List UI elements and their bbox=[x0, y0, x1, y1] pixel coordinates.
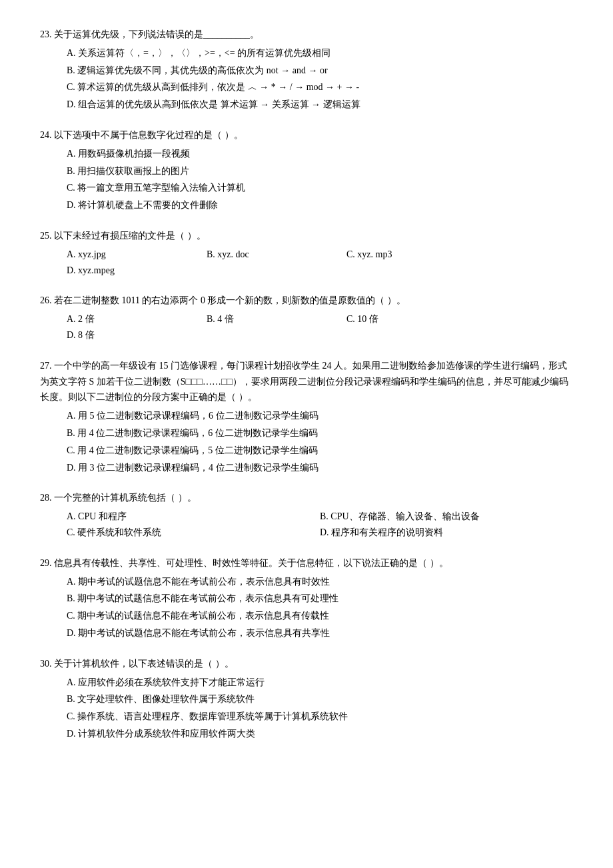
question-block-30: 30. 关于计算机软件，以下表述错误的是（ ）。A. 应用软件必须在系统软件支持… bbox=[40, 656, 573, 742]
option-q23-3: D. 组合运算的优先级从高到低依次是 算术运算 → 关系运算 → 逻辑运算 bbox=[67, 97, 573, 113]
question-text-q26: 26. 若在二进制整数 1011 的右边添两个 0 形成一个新的数，则新数的值是… bbox=[40, 293, 573, 309]
option-q24-1: B. 用扫描仪获取画报上的图片 bbox=[67, 163, 573, 179]
option-q27-2: C. 用 4 位二进制数记录课程编码，5 位二进制数记录学生编码 bbox=[67, 443, 573, 459]
option-q23-0: A. 关系运算符〈，=，〉，〈〉，>=，<= 的所有运算优先级相同 bbox=[67, 45, 573, 61]
question-block-25: 25. 以下未经过有损压缩的文件是（ ）。A. xyz.jpgB. xyz. d… bbox=[40, 228, 573, 278]
question-block-26: 26. 若在二进制整数 1011 的右边添两个 0 形成一个新的数，则新数的值是… bbox=[40, 293, 573, 343]
question-text-q28: 28. 一个完整的计算机系统包括（ ）。 bbox=[40, 490, 573, 506]
option-q28-0: A. CPU 和程序 bbox=[67, 509, 320, 525]
question-block-24: 24. 以下选项中不属于信息数字化过程的是（ ）。A. 用数码摄像机拍摄一段视频… bbox=[40, 127, 573, 213]
option-q24-2: C. 将一篇文章用五笔字型输入法输入计算机 bbox=[67, 180, 573, 196]
option-q27-1: B. 用 4 位二进制数记录课程编码，6 位二进制数记录学生编码 bbox=[67, 425, 573, 441]
question-block-27: 27. 一个中学的高一年级设有 15 门选修课程，每门课程计划招收学生 24 人… bbox=[40, 358, 573, 476]
option-q29-3: D. 期中考试的试题信息不能在考试前公布，表示信息具有共享性 bbox=[67, 625, 573, 641]
options-q24: A. 用数码摄像机拍摄一段视频B. 用扫描仪获取画报上的图片C. 将一篇文章用五… bbox=[67, 146, 573, 213]
option-q30-1: B. 文字处理软件、图像处理软件属于系统软件 bbox=[67, 691, 573, 707]
question-block-29: 29. 信息具有传载性、共享性、可处理性、时效性等特征。关于信息特征，以下说法正… bbox=[40, 555, 573, 641]
option-q30-0: A. 应用软件必须在系统软件支持下才能正常运行 bbox=[67, 675, 573, 691]
option-q28-2: C. 硬件系统和软件系统 bbox=[67, 525, 320, 541]
option-q26-1: B. 4 倍 bbox=[207, 311, 326, 327]
options-q30: A. 应用软件必须在系统软件支持下才能正常运行B. 文字处理软件、图像处理软件属… bbox=[67, 675, 573, 742]
option-q28-3: D. 程序和有关程序的说明资料 bbox=[320, 525, 573, 541]
options-q29: A. 期中考试的试题信息不能在考试前公布，表示信息具有时效性B. 期中考试的试题… bbox=[67, 574, 573, 641]
question-text-q23: 23. 关于运算优先级，下列说法错误的是__________。 bbox=[40, 27, 573, 43]
option-q27-0: A. 用 5 位二进制数记录课程编码，6 位二进制数记录学生编码 bbox=[67, 408, 573, 424]
option-q24-0: A. 用数码摄像机拍摄一段视频 bbox=[67, 146, 573, 162]
option-q25-1: B. xyz. doc bbox=[207, 247, 326, 263]
option-q26-3: D. 8 倍 bbox=[67, 327, 187, 343]
option-q24-3: D. 将计算机硬盘上不需要的文件删除 bbox=[67, 197, 573, 213]
question-text-q25: 25. 以下未经过有损压缩的文件是（ ）。 bbox=[40, 228, 573, 244]
option-q30-2: C. 操作系统、语言处理程序、数据库管理系统等属于计算机系统软件 bbox=[67, 709, 573, 725]
question-text-q27: 27. 一个中学的高一年级设有 15 门选修课程，每门课程计划招收学生 24 人… bbox=[40, 358, 573, 405]
options-twocol-q28: A. CPU 和程序B. CPU、存储器、输入设备、输出设备C. 硬件系统和软件… bbox=[67, 509, 573, 541]
options-inline-q25: A. xyz.jpgB. xyz. docC. xyz. mp3D. xyz.m… bbox=[67, 247, 573, 279]
option-q25-3: D. xyz.mpeg bbox=[67, 263, 187, 279]
option-q26-0: A. 2 倍 bbox=[67, 311, 187, 327]
option-q30-3: D. 计算机软件分成系统软件和应用软件两大类 bbox=[67, 726, 573, 742]
question-block-28: 28. 一个完整的计算机系统包括（ ）。A. CPU 和程序B. CPU、存储器… bbox=[40, 490, 573, 540]
options-q23: A. 关系运算符〈，=，〉，〈〉，>=，<= 的所有运算优先级相同B. 逻辑运算… bbox=[67, 45, 573, 113]
options-inline-q26: A. 2 倍B. 4 倍C. 10 倍D. 8 倍 bbox=[67, 311, 573, 343]
exam-content: 23. 关于运算优先级，下列说法错误的是__________。A. 关系运算符〈… bbox=[40, 27, 573, 742]
question-block-23: 23. 关于运算优先级，下列说法错误的是__________。A. 关系运算符〈… bbox=[40, 27, 573, 113]
option-q25-0: A. xyz.jpg bbox=[67, 247, 187, 263]
question-text-q29: 29. 信息具有传载性、共享性、可处理性、时效性等特征。关于信息特征，以下说法正… bbox=[40, 555, 573, 571]
option-q27-3: D. 用 3 位二进制数记录课程编码，4 位二进制数记录学生编码 bbox=[67, 460, 573, 476]
question-text-q30: 30. 关于计算机软件，以下表述错误的是（ ）。 bbox=[40, 656, 573, 672]
question-text-q24: 24. 以下选项中不属于信息数字化过程的是（ ）。 bbox=[40, 127, 573, 143]
option-q25-2: C. xyz. mp3 bbox=[346, 247, 466, 263]
option-q29-2: C. 期中考试的试题信息不能在考试前公布，表示信息具有传载性 bbox=[67, 608, 573, 624]
option-q29-1: B. 期中考试的试题信息不能在考试前公布，表示信息具有可处理性 bbox=[67, 591, 573, 607]
options-q27: A. 用 5 位二进制数记录课程编码，6 位二进制数记录学生编码B. 用 4 位… bbox=[67, 408, 573, 475]
option-q26-2: C. 10 倍 bbox=[346, 311, 466, 327]
option-q29-0: A. 期中考试的试题信息不能在考试前公布，表示信息具有时效性 bbox=[67, 574, 573, 590]
option-q23-1: B. 逻辑运算优先级不同，其优先级的高低依次为 not → and → or bbox=[67, 63, 573, 79]
option-q23-2: C. 算术运算的优先级从高到低排列，依次是 ︿ → * → / → mod → … bbox=[67, 79, 573, 95]
option-q28-1: B. CPU、存储器、输入设备、输出设备 bbox=[320, 509, 573, 525]
